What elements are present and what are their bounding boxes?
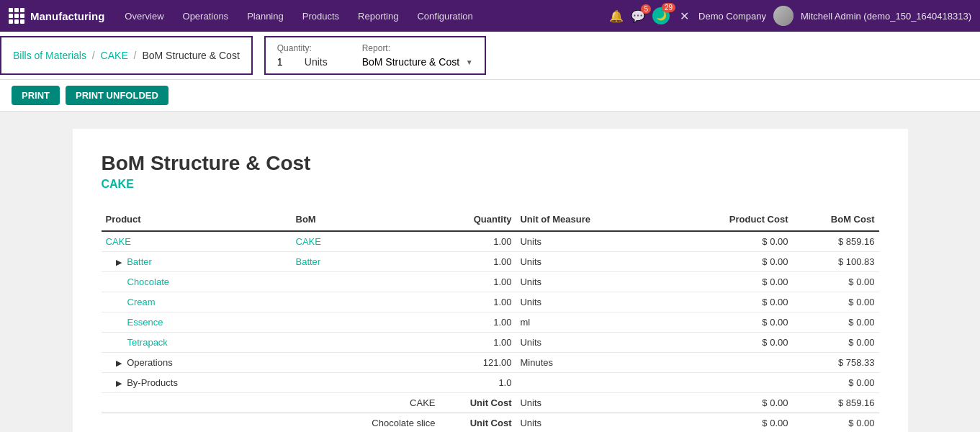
breadcrumb-sep-1: / xyxy=(92,50,98,61)
table-row: Chocolate 1.00 Units $ 0.00 $ 0.00 xyxy=(102,272,879,292)
app-logo[interactable]: Manufacturing xyxy=(9,8,104,24)
qty-cell: 1.00 xyxy=(446,312,516,333)
qty-cell: 1.00 xyxy=(446,333,516,353)
footer-uom-2: Units xyxy=(516,413,654,433)
report-card: BoM Structure & Cost CAKE Product BoM Qu… xyxy=(73,129,908,432)
qty-cell: 1.00 xyxy=(446,252,516,272)
bom-cell xyxy=(292,312,447,333)
uom-cell: Units xyxy=(516,231,654,252)
bom-cell xyxy=(292,292,447,312)
top-nav: Manufacturing Overview Operations Planni… xyxy=(0,0,980,32)
product-cost-cell xyxy=(654,373,792,393)
table-row: ▶ Operations 121.00 Minutes $ 758.33 xyxy=(102,353,879,373)
nav-products[interactable]: Products xyxy=(294,6,348,26)
product-cell[interactable]: ▶ Batter xyxy=(102,252,292,272)
expand-icon[interactable]: ▶ xyxy=(116,359,122,367)
breadcrumb-sep-2: / xyxy=(134,50,140,61)
print-button[interactable]: PRINT xyxy=(12,86,60,105)
bell-icon[interactable]: 🔔 xyxy=(609,9,624,23)
nav-reporting[interactable]: Reporting xyxy=(349,6,407,26)
nav-planning[interactable]: Planning xyxy=(238,6,292,26)
table-row: CAKE CAKE 1.00 Units $ 0.00 $ 859.16 xyxy=(102,231,879,252)
bom-cell xyxy=(292,272,447,292)
col-quantity: Quantity xyxy=(446,208,516,231)
table-row: Essence 1.00 ml $ 0.00 $ 0.00 xyxy=(102,312,879,333)
uom-cell: Units xyxy=(516,252,654,272)
product-cell[interactable]: CAKE xyxy=(102,231,292,252)
moon-icon[interactable]: 🌙 29 xyxy=(652,7,670,24)
company-name[interactable]: Demo Company xyxy=(698,11,766,22)
uom-cell: Units xyxy=(516,292,654,312)
product-cell[interactable]: Cream xyxy=(102,292,292,312)
breadcrumb-text: Bills of Materials / CAKE / BoM Structur… xyxy=(13,50,240,61)
product-cost-cell: $ 0.00 xyxy=(654,292,792,312)
report-type-field: Report: BoM Structure & Cost ▼ xyxy=(362,43,473,68)
report-label: Report: xyxy=(362,43,473,53)
report-params-section: Quantity: Units Report: BoM Structure & … xyxy=(253,32,980,79)
product-cost-cell: $ 0.00 xyxy=(654,312,792,333)
qty-cell: 1.0 xyxy=(446,373,516,393)
print-unfolded-button[interactable]: PRINT UNFOLDED xyxy=(66,86,168,105)
product-cell: ▶ Operations xyxy=(102,353,292,373)
user-name[interactable]: Mitchell Admin (demo_150_1640418313) xyxy=(801,11,971,22)
close-icon[interactable]: ✕ xyxy=(677,9,691,23)
product-cost-cell xyxy=(654,353,792,373)
chat-badge: 5 xyxy=(641,4,651,14)
nav-menu: Overview Operations Planning Products Re… xyxy=(116,6,603,26)
bom-cell[interactable]: Batter xyxy=(292,252,447,272)
nav-configuration[interactable]: Configuration xyxy=(408,6,481,26)
footer-bom-cost-2: $ 0.00 xyxy=(792,413,878,433)
expand-icon[interactable]: ▶ xyxy=(116,258,122,266)
dropdown-arrow: ▼ xyxy=(466,58,473,66)
footer-product-2: Chocolate slice xyxy=(102,413,447,433)
report-subtitle: CAKE xyxy=(102,178,879,191)
nav-operations[interactable]: Operations xyxy=(174,6,238,26)
grid-icon xyxy=(9,8,24,24)
footer-row-1: CAKE Unit Cost Units $ 0.00 $ 859.16 xyxy=(102,393,879,413)
bom-cost-cell: $ 859.16 xyxy=(792,231,878,252)
chat-icon[interactable]: 💬 5 xyxy=(631,9,645,23)
footer-bom-cost-1: $ 859.16 xyxy=(792,393,878,413)
product-cost-cell: $ 0.00 xyxy=(654,252,792,272)
product-cell[interactable]: Tetrapack xyxy=(102,333,292,353)
bom-cost-cell: $ 0.00 xyxy=(792,272,878,292)
moon-badge: 29 xyxy=(662,3,675,12)
uom-cell: Units xyxy=(516,272,654,292)
breadcrumb: Bills of Materials / CAKE / BoM Structur… xyxy=(0,36,253,75)
footer-uom-1: Units xyxy=(516,393,654,413)
report-select[interactable]: BoM Structure & Cost xyxy=(362,56,460,68)
footer-row-2: Chocolate slice Unit Cost Units $ 0.00 $… xyxy=(102,413,879,433)
bom-table: Product BoM Quantity Unit of Measure Pro… xyxy=(102,208,879,432)
units-label: Units xyxy=(305,56,328,68)
col-bom-cost: BoM Cost xyxy=(792,208,878,231)
bom-cell xyxy=(292,373,447,393)
uom-cell xyxy=(516,373,654,393)
report-title: BoM Structure & Cost xyxy=(102,152,879,175)
breadcrumb-cake[interactable]: CAKE xyxy=(101,50,128,61)
footer-uom-label-2: Unit Cost xyxy=(446,413,516,433)
quantity-label: Quantity: xyxy=(277,43,328,53)
avatar[interactable] xyxy=(773,6,794,26)
quantity-field: Quantity: Units xyxy=(277,43,328,68)
main-content: BoM Structure & Cost CAKE Product BoM Qu… xyxy=(0,112,980,432)
footer-product-cost-2: $ 0.00 xyxy=(654,413,792,433)
product-cell[interactable]: Essence xyxy=(102,312,292,333)
qty-cell: 121.00 xyxy=(446,353,516,373)
bom-cost-cell: $ 758.33 xyxy=(792,353,878,373)
bom-cost-cell: $ 0.00 xyxy=(792,292,878,312)
bom-cost-cell: $ 100.83 xyxy=(792,252,878,272)
product-cell[interactable]: Chocolate xyxy=(102,272,292,292)
bom-cost-cell: $ 0.00 xyxy=(792,373,878,393)
footer-product-cost-1: $ 0.00 xyxy=(654,393,792,413)
expand-icon[interactable]: ▶ xyxy=(116,379,122,387)
app-name: Manufacturing xyxy=(30,10,104,22)
qty-cell: 1.00 xyxy=(446,272,516,292)
quantity-input[interactable] xyxy=(277,56,299,68)
bom-cell xyxy=(292,353,447,373)
col-bom: BoM xyxy=(292,208,447,231)
report-select-row: BoM Structure & Cost ▼ xyxy=(362,56,473,68)
nav-right: 🔔 💬 5 🌙 29 ✕ Demo Company Mitchell Admin… xyxy=(609,6,971,26)
breadcrumb-bills[interactable]: Bills of Materials xyxy=(13,50,86,61)
nav-overview[interactable]: Overview xyxy=(116,6,172,26)
bom-cell[interactable]: CAKE xyxy=(292,231,447,252)
